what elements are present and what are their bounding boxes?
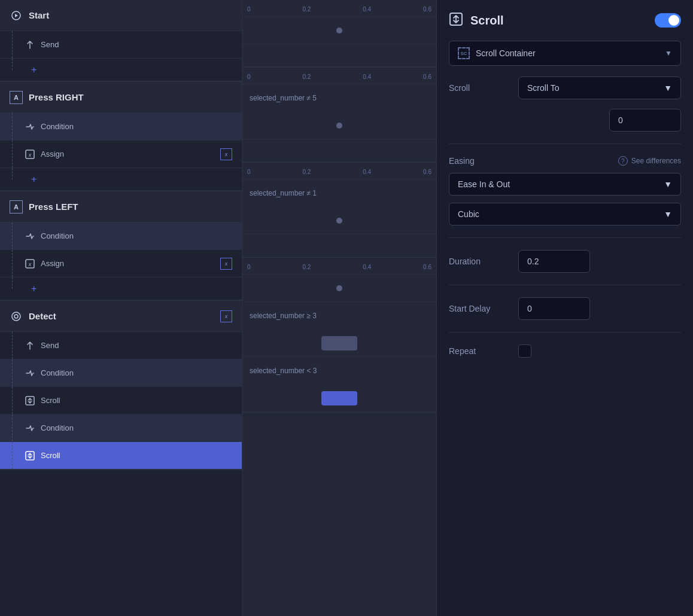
divider-3 <box>449 285 681 285</box>
assign-label-2: Assign <box>41 259 215 268</box>
add-item-3[interactable]: + <box>0 277 242 300</box>
scroll-item-1[interactable]: Scroll <box>0 387 242 414</box>
dot-pl <box>336 218 342 224</box>
cubic-select[interactable]: Cubic ▼ <box>449 203 681 225</box>
assign-item-2[interactable]: x Assign x <box>0 250 242 277</box>
assign-icon-2: x <box>24 258 36 270</box>
condition-item-2[interactable]: Condition <box>0 222 242 250</box>
dot-start <box>336 28 342 33</box>
press-left-icon: A <box>10 200 23 214</box>
svg-text:x: x <box>28 152 32 158</box>
send-icon-1 <box>24 39 36 51</box>
assign-item-1[interactable]: x Assign x <box>0 141 242 168</box>
see-differences-label: See differences <box>631 157 681 165</box>
timeline-press-left: 0 0.2 0.4 0.6 selected_number ≠ 1 <box>242 163 436 258</box>
condition-icon-2 <box>24 230 36 242</box>
bar-gray <box>321 336 357 350</box>
scroll-to-chevron: ▼ <box>664 83 672 93</box>
condition-label-1: Condition <box>41 122 232 131</box>
timeline-dot-start <box>242 17 436 44</box>
ruler-label-06: 0.6 <box>423 6 431 13</box>
section-start: Start Send + <box>0 0 242 82</box>
section-header-press-right[interactable]: A Press RIGHT <box>0 82 242 113</box>
right-header: Scroll <box>449 12 681 29</box>
start-icon <box>10 9 23 22</box>
ruler-press-left: 0 0.2 0.4 0.6 <box>242 163 436 179</box>
condition-text-3: selected_number ≥ 3 <box>242 302 436 330</box>
start-delay-value: 0 <box>527 304 532 313</box>
duration-row: Duration 0.2 <box>449 250 681 273</box>
duration-input[interactable]: 0.2 <box>518 250 590 273</box>
detect-icon <box>10 310 23 323</box>
section-press-left: A Press LEFT Condition x Assign x + <box>0 191 242 301</box>
timeline-bar-gray <box>242 330 436 357</box>
divider-4 <box>449 332 681 333</box>
add-icon-1: + <box>31 65 37 75</box>
toggle-scroll-enabled[interactable] <box>655 13 681 28</box>
detect-badge: x <box>220 310 232 322</box>
send-icon-2 <box>24 340 36 352</box>
condition-item-4[interactable]: Condition <box>0 414 242 442</box>
section-detect: Detect x Send Condition <box>0 301 242 470</box>
add-item-2[interactable]: + <box>0 168 242 191</box>
press-left-label: Press LEFT <box>29 202 232 212</box>
ruler-detect: 0 0.2 0.4 0.6 <box>242 258 436 275</box>
add-item-1[interactable]: + <box>0 59 242 81</box>
condition-text-2: selected_number ≠ 1 <box>242 179 436 207</box>
repeat-row: Repeat <box>449 344 681 358</box>
easing-select[interactable]: Ease In & Out ▼ <box>449 173 681 196</box>
left-panel: Start Send + A Press RIGHT Conditi <box>0 0 242 616</box>
timeline-bar-blue <box>242 385 436 412</box>
duration-value: 0.2 <box>527 257 539 266</box>
timeline-dot-pl <box>242 207 436 234</box>
scroll-value-input[interactable]: 0 <box>609 109 681 132</box>
send-item-1[interactable]: Send <box>0 31 242 59</box>
dot-pr <box>336 123 342 129</box>
middle-panel: 0 0.2 0.4 0.6 0 0.2 0.4 0.6 selected_num… <box>242 0 437 616</box>
scroll-container-dropdown[interactable]: SC Scroll Container ▼ <box>449 41 681 66</box>
condition-text-4: selected_number < 3 <box>242 357 436 385</box>
see-differences-button[interactable]: ? See differences <box>618 156 681 166</box>
assign-badge-2: x <box>220 258 232 270</box>
section-header-detect[interactable]: Detect x <box>0 301 242 332</box>
repeat-checkbox[interactable] <box>518 344 531 358</box>
scroll-item-2[interactable]: Scroll <box>0 442 242 469</box>
add-icon-3: + <box>31 283 37 294</box>
timeline-start: 0 0.2 0.4 0.6 <box>242 0 436 68</box>
start-delay-input[interactable]: 0 <box>518 297 590 320</box>
scroll-to-select[interactable]: Scroll To ▼ <box>518 77 681 99</box>
section-start-label: Start <box>29 10 232 20</box>
condition-item-1[interactable]: Condition <box>0 113 242 141</box>
svg-text:x: x <box>28 261 32 267</box>
section-header-start[interactable]: Start <box>0 0 242 31</box>
section-header-press-left[interactable]: A Press LEFT <box>0 191 242 222</box>
start-delay-row: Start Delay 0 <box>449 297 681 320</box>
scroll-value-row: 0 <box>449 109 681 132</box>
press-right-label: Press RIGHT <box>29 92 232 102</box>
timeline-empty-pl <box>242 234 436 257</box>
divider-1 <box>449 144 681 144</box>
easing-label: Easing <box>449 156 475 166</box>
scroll-icon-2 <box>24 450 36 462</box>
scroll-form-row: Scroll Scroll To ▼ <box>449 77 681 99</box>
duration-label: Duration <box>449 257 509 266</box>
scroll-form-label: Scroll <box>449 83 509 93</box>
scroll-label-2: Scroll <box>41 451 232 460</box>
condition-text-1: selected_number ≠ 5 <box>242 84 436 112</box>
easing-option: Ease In & Out <box>458 179 510 189</box>
dot-detect <box>336 285 342 291</box>
section-press-right: A Press RIGHT Condition x Assign x + <box>0 82 242 191</box>
press-right-icon: A <box>10 91 23 104</box>
timeline-press-right: 0 0.2 0.4 0.6 selected_number ≠ 5 <box>242 68 436 163</box>
timeline-detect: 0 0.2 0.4 0.6 selected_number ≥ 3 select… <box>242 258 436 413</box>
condition-item-3[interactable]: Condition <box>0 359 242 387</box>
ruler-press-right: 0 0.2 0.4 0.6 <box>242 68 436 84</box>
condition-label-4: Condition <box>41 423 232 432</box>
send-label-1: Send <box>41 40 232 49</box>
send-item-2[interactable]: Send <box>0 332 242 359</box>
add-icon-2: + <box>31 174 37 185</box>
condition-label-3: Condition <box>41 368 232 377</box>
ruler-start: 0 0.2 0.4 0.6 <box>242 0 436 17</box>
cubic-option: Cubic <box>458 209 479 219</box>
scroll-header-icon <box>449 12 463 29</box>
